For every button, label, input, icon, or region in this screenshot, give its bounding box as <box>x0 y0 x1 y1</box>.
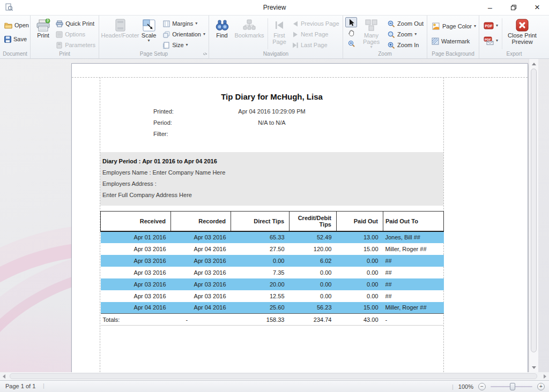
cell: 0.00 <box>290 290 337 302</box>
bookmarks-button[interactable]: Bookmarks <box>233 17 266 39</box>
ribbon: Open Save Document ? Print <box>0 15 549 59</box>
header-footer-button[interactable]: Header/Footer <box>101 17 139 39</box>
diary-info-box: Diary Period : Apr 01 2016 to Apr 04 201… <box>100 152 443 206</box>
zoom-out-step-button[interactable]: − <box>478 383 486 390</box>
horizontal-scrollbar[interactable] <box>0 372 549 380</box>
email-pdf-button[interactable]: PDF ▾ <box>481 35 500 46</box>
status-separator: | <box>452 383 454 390</box>
scroll-up-icon[interactable] <box>532 63 536 65</box>
find-button[interactable]: Find <box>211 17 233 39</box>
totals-credit-debit-tips: 234.74 <box>290 314 337 326</box>
zoom-out-label: Zoom Out <box>397 20 424 27</box>
scroll-right-icon[interactable] <box>544 374 546 379</box>
zoom-button[interactable]: Zoom ▾ <box>385 29 426 40</box>
restore-button[interactable] <box>502 0 525 15</box>
cell: 13.00 <box>337 231 383 243</box>
save-button[interactable]: Save <box>2 34 29 44</box>
cell: 0.00 <box>290 278 337 290</box>
parameters-button[interactable]: Parameters <box>54 40 98 50</box>
magnifier-tool-button[interactable]: + <box>345 39 357 49</box>
cell: 25.60 <box>231 302 290 314</box>
previous-page-button[interactable]: Previous Page <box>290 18 342 29</box>
options-icon <box>56 31 63 38</box>
first-page-button[interactable]: First Page <box>270 17 289 45</box>
watermark-icon <box>432 37 439 45</box>
zoom-out-button[interactable]: Zoom Out <box>385 18 426 29</box>
zoom-slider-thumb[interactable] <box>510 383 515 390</box>
cell: Apr 03 2016 <box>101 278 171 290</box>
next-page-button[interactable]: Next Page <box>290 29 342 40</box>
chevron-down-icon: ▾ <box>195 21 197 26</box>
vertical-scrollbar-thumb[interactable] <box>531 69 537 352</box>
close-print-preview-button[interactable]: Close Print Preview <box>504 17 540 45</box>
table-row: Apr 04 2016Apr 04 201625.6056.2315.00Mil… <box>101 302 444 314</box>
zoom-label: Zoom <box>397 31 412 37</box>
zoom-in-button[interactable]: Zoom In <box>385 40 426 50</box>
table-row: Apr 03 2016Apr 03 201612.550.000.00## <box>101 290 444 302</box>
export-pdf-button[interactable]: PDF ▾ <box>481 20 500 31</box>
header-footer-icon <box>114 18 127 32</box>
pointer-tool-button[interactable] <box>345 17 357 27</box>
cell: Apr 03 2016 <box>101 290 171 302</box>
cell: 6.02 <box>290 255 337 267</box>
preview-document-area: Tip Diary for McHugh, Lisa Printed: Apr … <box>0 59 549 372</box>
horizontal-scrollbar-thumb[interactable] <box>10 373 537 379</box>
chevron-down-icon: ▾ <box>148 39 150 43</box>
next-page-label: Next Page <box>301 31 328 37</box>
table-row: Apr 03 2016Apr 03 201620.000.000.00## <box>101 278 444 290</box>
table-row: Apr 03 2016Apr 03 20167.350.000.00## <box>101 267 444 278</box>
cell: ## <box>383 290 444 302</box>
size-button[interactable]: Size ▾ <box>161 40 207 50</box>
cell: Jones, Bill ## <box>383 231 444 243</box>
page-color-button[interactable]: Page Color ▾ <box>429 21 478 32</box>
orientation-button[interactable]: Orientation ▾ <box>161 29 207 40</box>
watermark-button[interactable]: Watermark <box>429 36 472 47</box>
divider <box>502 18 502 49</box>
zoom-in-icon <box>388 42 395 49</box>
col-header-received: Received <box>101 212 171 231</box>
floppy-icon <box>4 36 11 43</box>
minimize-button[interactable]: – <box>478 0 502 15</box>
close-window-button[interactable]: × <box>525 0 549 15</box>
previous-page-icon <box>292 21 299 27</box>
hand-tool-button[interactable] <box>345 28 357 38</box>
employers-name-text: Employers Name : Enter Company Name Here <box>102 167 438 178</box>
filter-label: Filter: <box>153 131 168 137</box>
margins-label: Margins <box>172 20 193 27</box>
dialog-launcher-icon[interactable] <box>203 48 207 57</box>
scroll-left-icon[interactable] <box>3 374 5 379</box>
cell: 56.23 <box>290 302 337 314</box>
report-meta-printed: Printed: Apr 04 2016 10:29:09 PM <box>100 108 443 118</box>
many-pages-button[interactable]: Many Pages ▾ <box>357 17 385 49</box>
cell: Apr 03 2016 <box>171 278 231 290</box>
options-button[interactable]: Options <box>54 29 98 40</box>
print-button[interactable]: ? Print <box>33 17 54 39</box>
totals-direct-tips: 158.33 <box>231 314 290 326</box>
group-label-zoom: Zoom <box>343 50 427 58</box>
next-page-icon <box>292 32 299 37</box>
vertical-scrollbar[interactable] <box>529 59 538 372</box>
size-icon <box>163 42 170 49</box>
cell: ## <box>383 255 444 267</box>
first-page-icon <box>274 18 284 32</box>
margins-button[interactable]: Margins ▾ <box>161 18 207 29</box>
report-meta-filter: Filter: <box>100 131 443 140</box>
page-count-text: Page 1 of 1 <box>5 383 35 389</box>
table-row: Apr 01 2016Apr 03 201665.3352.4913.00Jon… <box>101 231 444 243</box>
scroll-down-icon[interactable] <box>532 366 536 369</box>
period-value: N/A to N/A <box>100 119 443 126</box>
zoom-slider[interactable] <box>491 383 532 390</box>
cell: Miller, Roger ## <box>383 243 444 255</box>
printed-value: Apr 04 2016 10:29:09 PM <box>100 108 443 115</box>
scale-icon <box>143 18 155 32</box>
zoom-in-step-button[interactable]: + <box>537 383 545 390</box>
last-page-button[interactable]: Last Page <box>290 40 342 50</box>
scale-button[interactable]: Scale ▾ <box>139 17 159 43</box>
ribbon-group-print: ? Print Quick Print Options Par <box>31 16 99 58</box>
diary-period-text: Diary Period : Apr 01 2016 to Apr 04 201… <box>102 156 438 167</box>
report-content: Tip Diary for McHugh, Lisa Printed: Apr … <box>100 77 443 372</box>
totals-paid-out: 43.00 <box>337 314 383 326</box>
col-header-paid-out-to: Paid Out To <box>383 212 444 231</box>
open-button[interactable]: Open <box>2 20 31 31</box>
quick-print-button[interactable]: Quick Print <box>54 18 98 29</box>
